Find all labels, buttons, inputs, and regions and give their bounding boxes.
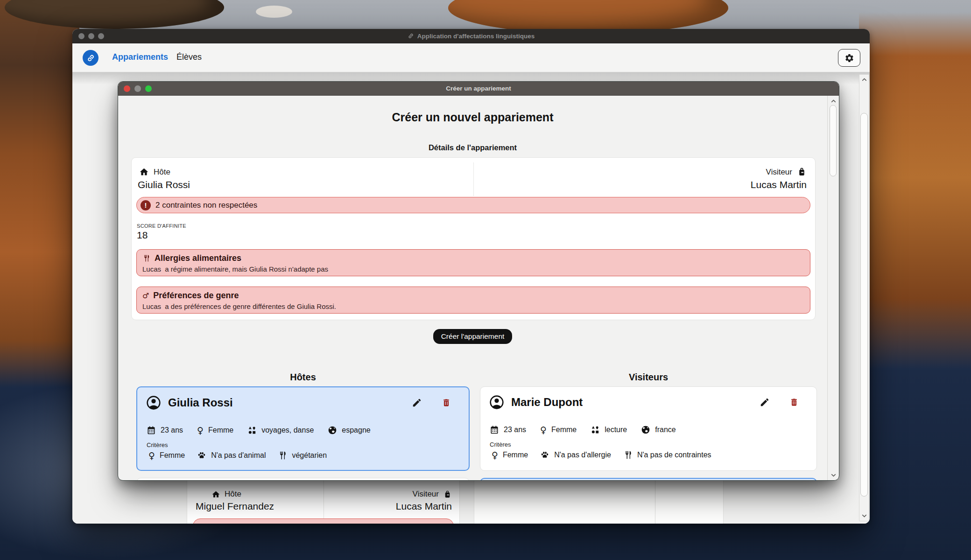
visitor-half: Visiteur Lucas Martin xyxy=(473,162,815,196)
female-icon xyxy=(540,426,547,434)
wallpaper-rock-left xyxy=(0,0,79,387)
constraint-alert-partial xyxy=(193,518,454,524)
interests-icon xyxy=(591,425,600,434)
person-avatar-icon xyxy=(489,394,505,410)
criteria-label: Critères xyxy=(147,441,168,448)
edit-pencil-icon[interactable] xyxy=(412,398,422,408)
pairing-details-card: Hôte Giulia Rossi Visiteur Lucas Martin xyxy=(131,157,816,320)
app-title-text: Application d'affectations linguistiques xyxy=(417,33,535,40)
student-name: Giulia Rossi xyxy=(168,396,233,409)
calendar-icon xyxy=(490,425,499,434)
utensils-icon xyxy=(142,254,150,262)
alert-circle-icon xyxy=(141,200,151,210)
zoom-window-button[interactable] xyxy=(98,33,104,39)
constraint-title: Allergies alimentaires xyxy=(155,253,241,263)
house-icon xyxy=(139,167,149,177)
utensils-icon xyxy=(278,451,287,460)
constraint-card-allergies: Allergies alimentaires Lucas a régime al… xyxy=(136,249,810,276)
criterion-diet: végétarien xyxy=(292,451,327,460)
dialog-traffic-lights[interactable] xyxy=(124,85,152,92)
affinity-score-label: SCORE D'AFFINITE xyxy=(137,223,186,229)
student-age: 23 ans xyxy=(161,426,183,434)
app-title: Application d'affectations linguistiques xyxy=(408,33,535,40)
window-scrollbar-thumb[interactable] xyxy=(860,113,868,497)
minimize-window-button[interactable] xyxy=(88,33,94,39)
host-half: Hôte Giulia Rossi xyxy=(132,162,473,196)
constraints-alert: 2 contraintes non respectées xyxy=(136,197,810,213)
student-name: Marie Dupont xyxy=(511,396,583,409)
wallpaper-rock-right xyxy=(859,0,971,369)
hosts-column-title: Hôtes xyxy=(136,372,470,383)
house-icon xyxy=(211,490,220,499)
close-window-button[interactable] xyxy=(78,33,84,39)
delete-trash-icon[interactable] xyxy=(789,397,799,407)
visitor-label: Visiteur xyxy=(766,168,792,177)
create-pairing-button[interactable]: Créer l'appariement xyxy=(433,329,513,344)
host-label: Hôte xyxy=(225,490,241,499)
dialog-zoom-button[interactable] xyxy=(145,85,152,92)
visitors-column-title: Visiteurs xyxy=(480,372,817,383)
dialog-scrollbar[interactable] xyxy=(827,96,838,481)
visitor-label: Visiteur xyxy=(413,490,439,499)
criterion-animal: N'a pas d'animal xyxy=(211,451,266,460)
utensils-icon xyxy=(623,450,633,460)
app-navbar: Appariements Élèves xyxy=(72,43,870,72)
delete-trash-icon[interactable] xyxy=(442,398,451,408)
visitor-card-lucas-martin[interactable]: Lucas Martin xyxy=(480,478,817,481)
tab-appariements[interactable]: Appariements xyxy=(112,52,168,62)
link-icon xyxy=(86,54,95,63)
constraint-description: Lucas a régime alimentaire, mais Giulia … xyxy=(142,265,804,273)
host-card-giulia-rossi[interactable]: Giulia Rossi 23 ans Femme voyages, danse… xyxy=(136,386,470,471)
app-window: Application d'affectations linguistiques… xyxy=(72,29,870,524)
constraint-description: Lucas a des préférences de genre différe… xyxy=(142,302,804,310)
dialog-heading: Créer un nouvel appariement xyxy=(118,111,827,124)
dialog-title: Créer un appariement xyxy=(446,85,511,92)
tab-eleves[interactable]: Élèves xyxy=(176,52,202,62)
host-name: Miguel Fernandez xyxy=(196,501,274,512)
chevron-down-icon[interactable] xyxy=(861,512,868,519)
constraint-card-gender: Préférences de genre Lucas a des préfére… xyxy=(136,287,810,314)
criterion-diet: N'a pas de contraintes xyxy=(637,451,711,459)
chevron-up-icon[interactable] xyxy=(830,98,837,105)
paw-icon xyxy=(540,450,549,460)
settings-button[interactable] xyxy=(838,49,860,67)
criterion-gender: Femme xyxy=(160,451,185,460)
visitor-card-marie-dupont[interactable]: Marie Dupont 23 ans Femme lecture france… xyxy=(480,386,817,471)
dialog-close-button[interactable] xyxy=(124,85,130,92)
wallpaper-snow-patch xyxy=(256,6,292,18)
link-icon xyxy=(408,33,414,39)
app-logo xyxy=(83,50,99,66)
details-section-title: Détails de l'appariement xyxy=(118,143,827,152)
criteria-label: Critères xyxy=(490,441,511,448)
student-gender: Femme xyxy=(551,426,577,434)
host-name: Giulia Rossi xyxy=(138,179,190,190)
luggage-icon xyxy=(797,167,807,177)
male-icon xyxy=(142,292,149,300)
chevron-down-icon[interactable] xyxy=(830,472,837,479)
create-pairing-dialog: Créer un appariement Créer un nouvel app… xyxy=(118,81,839,481)
criterion-allergy: N'a pas d'allergie xyxy=(554,451,611,459)
host-label: Hôte xyxy=(154,168,170,177)
dialog-minimize-button[interactable] xyxy=(134,85,141,92)
app-titlebar[interactable]: Application d'affectations linguistiques xyxy=(72,29,870,43)
calendar-icon xyxy=(147,426,156,435)
edit-pencil-icon[interactable] xyxy=(760,397,770,407)
student-country: france xyxy=(655,426,675,434)
student-gender: Femme xyxy=(208,426,233,434)
female-icon xyxy=(148,451,155,460)
app-traffic-lights[interactable] xyxy=(78,33,104,39)
dialog-scrollbar-thumb[interactable] xyxy=(830,105,837,176)
dialog-titlebar[interactable]: Créer un appariement xyxy=(118,82,839,96)
globe-icon xyxy=(641,425,650,434)
host-card-tom-janssens[interactable]: Tom Janssens xyxy=(136,478,470,481)
student-country: espagne xyxy=(342,426,370,434)
gear-icon xyxy=(844,53,854,63)
student-age: 23 ans xyxy=(504,426,526,434)
student-interests: lecture xyxy=(605,426,627,434)
globe-icon xyxy=(328,426,337,435)
student-interests: voyages, danse xyxy=(261,426,314,434)
chevron-up-icon[interactable] xyxy=(861,76,868,83)
app-content: Hôte Miguel Fernandez Visiteur Lucas Mar… xyxy=(72,72,870,524)
female-icon xyxy=(197,426,204,435)
window-scrollbar[interactable] xyxy=(859,74,869,521)
